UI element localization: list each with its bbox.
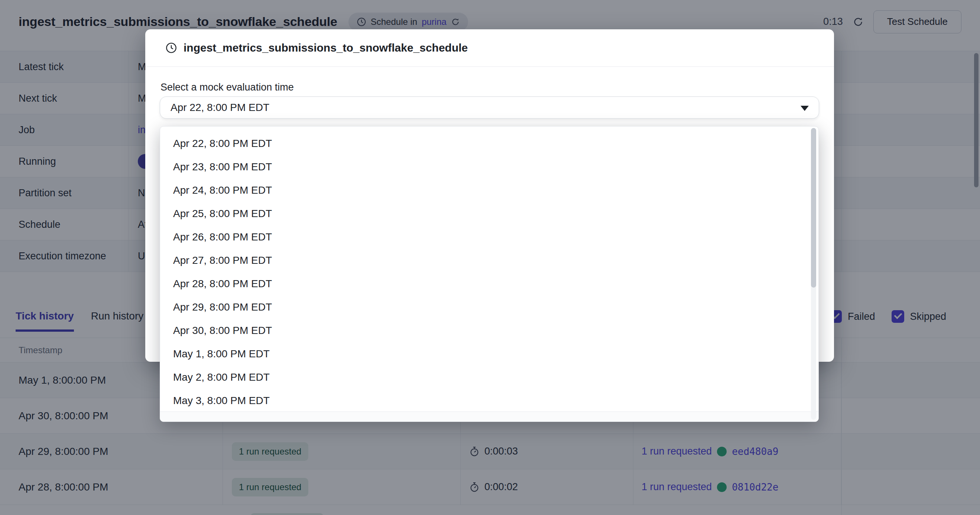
dialog-header: ingest_metrics_submissions_to_snowflake_… [145,29,834,67]
dropdown-option[interactable]: Apr 24, 8:00 PM EDT [160,179,818,202]
schedule-page: ingest_metrics_submissions_to_snowflake_… [0,0,980,515]
dropdown-scrollbar-thumb[interactable] [811,128,816,288]
dropdown-option[interactable]: Apr 23, 8:00 PM EDT [160,155,818,179]
selected-option-value: Apr 22, 8:00 PM EDT [170,101,269,114]
evaluation-time-dropdown: Apr 22, 8:00 PM EDTApr 23, 8:00 PM EDTAp… [160,126,819,422]
evaluation-time-select[interactable]: Apr 22, 8:00 PM EDT [160,97,819,119]
evaluation-time-label: Select a mock evaluation time [161,82,294,93]
dropdown-option[interactable]: May 3, 8:00 PM EDT [160,389,818,412]
dropdown-option[interactable]: Apr 28, 8:00 PM EDT [160,272,818,295]
clock-icon [165,42,177,54]
dropdown-option[interactable]: Apr 27, 8:00 PM EDT [160,249,818,272]
dropdown-option[interactable]: May 2, 8:00 PM EDT [160,366,818,389]
dropdown-option[interactable]: Apr 30, 8:00 PM EDT [160,319,818,342]
dialog-title: ingest_metrics_submissions_to_snowflake_… [183,41,468,54]
dropdown-option[interactable]: Apr 26, 8:00 PM EDT [160,225,818,249]
option-list: Apr 22, 8:00 PM EDTApr 23, 8:00 PM EDTAp… [160,127,818,412]
dropdown-option[interactable]: May 1, 8:00 PM EDT [160,342,818,366]
dropdown-option[interactable]: Apr 29, 8:00 PM EDT [160,295,818,319]
dropdown-option[interactable]: Apr 25, 8:00 PM EDT [160,202,818,225]
dropdown-option[interactable]: Apr 22, 8:00 PM EDT [160,132,818,155]
chevron-down-icon [800,106,809,111]
dropdown-footer [160,412,818,422]
